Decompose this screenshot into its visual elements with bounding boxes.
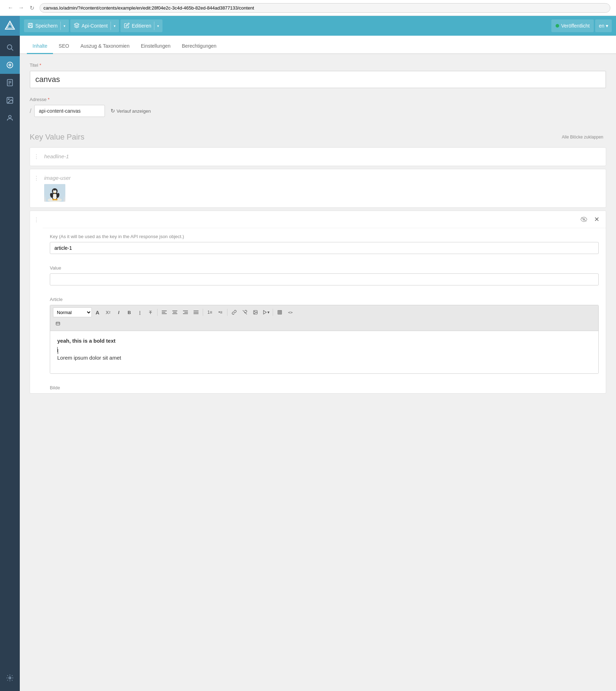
rte-source-btn[interactable]: <> <box>285 307 295 317</box>
rte-normal-line: Lorem ipsum dolor sit amet <box>57 354 591 362</box>
rte-sep-1 <box>157 309 158 316</box>
svg-point-5 <box>9 64 11 66</box>
sidebar-item-circle[interactable] <box>0 56 20 74</box>
svg-rect-15 <box>29 23 31 25</box>
address-label: Adresse * <box>30 97 606 102</box>
kvp-block-content-image-user[interactable]: image-user <box>43 169 606 207</box>
rte-ordered-list-btn[interactable]: 1≡ <box>205 307 215 317</box>
svg-marker-49 <box>263 311 266 314</box>
rte-unlink-btn[interactable] <box>240 307 250 317</box>
penguin-image <box>44 184 65 202</box>
save-group[interactable]: Speichern ▾ <box>24 19 69 32</box>
svg-rect-50 <box>278 311 282 314</box>
lang-selector[interactable]: en ▾ <box>595 19 612 32</box>
drag-handle-headline-1[interactable]: ⋮ <box>30 148 43 166</box>
save-icon <box>28 23 33 29</box>
address-required: * <box>48 97 49 102</box>
api-content-group[interactable]: Api-Content ▾ <box>70 19 119 32</box>
toolbar: Speichern ▾ Api-Content ▾ <box>20 16 616 36</box>
sidebar-item-image[interactable] <box>0 91 20 109</box>
tab-berechtigungen[interactable]: Berechtigungen <box>176 38 222 54</box>
sidebar <box>0 16 20 691</box>
rte-image-btn[interactable] <box>250 307 260 317</box>
kvp-block-image-user: ⋮ image-user <box>30 169 606 208</box>
rte-align-center-btn[interactable] <box>170 307 180 317</box>
svg-point-11 <box>8 99 9 100</box>
url-bar: ← → ↻ <box>0 0 616 16</box>
rte-align-right-btn[interactable] <box>180 307 190 317</box>
editieren-group[interactable]: Editieren ▾ <box>120 19 162 32</box>
kvp-block-article-1: ⋮ <box>30 211 606 394</box>
rte-unordered-list-btn[interactable]: •≡ <box>215 307 225 317</box>
history-button[interactable]: ↻ Verlauf anzeigen <box>108 106 154 116</box>
history-label: Verlauf anzeigen <box>117 108 151 114</box>
tab-einstellungen[interactable]: Einstellungen <box>135 38 176 54</box>
tab-inhalte[interactable]: Inhalte <box>27 38 53 54</box>
close-button[interactable]: ✕ <box>592 214 602 224</box>
drag-handle-article-1[interactable]: ⋮ <box>30 211 43 393</box>
collapse-all-button[interactable]: Alle Blöcke zuklappen <box>559 133 606 141</box>
form-section: Titel * Adresse * / ↻ Verlauf <box>20 54 616 125</box>
tab-seo[interactable]: SEO <box>53 38 75 54</box>
kvp-value-input[interactable] <box>50 273 599 285</box>
rte-format-select[interactable]: Normal Heading 1 Heading 2 Heading 3 Hea… <box>53 307 92 317</box>
address-input[interactable] <box>34 105 105 117</box>
sidebar-item-page[interactable] <box>0 74 20 91</box>
rte-font-size-btn[interactable]: A <box>93 307 102 317</box>
kvp-key-label: Key (As it will be used as the key in th… <box>50 234 599 239</box>
save-dropdown-arrow: ▾ <box>64 24 65 28</box>
rte-underline-btn[interactable]: I <box>135 307 145 317</box>
logo-button[interactable] <box>0 16 20 36</box>
lang-value: en <box>599 23 604 29</box>
sidebar-item-user[interactable] <box>0 109 20 127</box>
drag-handle-image-user[interactable]: ⋮ <box>30 169 43 187</box>
rte-bold-btn[interactable]: B <box>124 307 134 317</box>
kvp-key-input[interactable] <box>50 242 599 254</box>
published-indicator <box>556 24 559 28</box>
sidebar-item-settings[interactable] <box>0 669 20 687</box>
tab-auszug[interactable]: Auszug & Taxonomien <box>75 38 135 54</box>
rte-subscript-btn[interactable]: X2 <box>103 307 113 317</box>
rte-strikethrough-btn[interactable]: T <box>146 307 155 317</box>
published-button[interactable]: Veröffentlicht <box>551 19 594 32</box>
kvp-title: Key Value Pairs <box>30 132 84 142</box>
kvp-block-title-image-user: image-user <box>44 175 71 181</box>
rte-table-btn[interactable] <box>275 307 285 317</box>
rte-sep-3 <box>227 309 227 316</box>
title-input[interactable] <box>30 71 606 88</box>
editieren-label: Editieren <box>132 23 151 29</box>
image-user-preview <box>44 184 65 202</box>
rte-cursor: | <box>57 347 58 352</box>
eye-slash-button[interactable] <box>579 214 589 224</box>
sidebar-item-search[interactable] <box>0 39 20 56</box>
url-input[interactable] <box>40 3 610 13</box>
rte-italic-btn[interactable]: I <box>114 307 124 317</box>
editieren-icon <box>124 23 130 29</box>
rte-justify-btn[interactable] <box>191 307 201 317</box>
save-label: Speichern <box>35 23 58 29</box>
kvp-block-content-headline-1[interactable]: headline-1 <box>43 148 606 165</box>
bilde-label: Bilde <box>43 379 606 393</box>
kvp-article-group: Article Normal Heading 1 Heading 2 Headi… <box>43 291 606 379</box>
svg-point-30 <box>52 199 55 200</box>
rte-container: Normal Heading 1 Heading 2 Heading 3 Hea… <box>50 305 599 374</box>
rte-align-left-btn[interactable] <box>159 307 169 317</box>
rte-link-btn[interactable] <box>229 307 239 317</box>
svg-point-12 <box>8 116 11 118</box>
rte-toolbar: Normal Heading 1 Heading 2 Heading 3 Hea… <box>50 305 598 331</box>
svg-point-31 <box>55 199 58 200</box>
title-label: Titel * <box>30 63 606 68</box>
rte-content[interactable]: yeah, this is a bold text | Lorem ipsum … <box>50 331 598 373</box>
kvp-header: Key Value Pairs Alle Blöcke zuklappen <box>30 125 606 147</box>
reload-button[interactable]: ↻ <box>27 3 37 13</box>
svg-point-48 <box>254 311 255 312</box>
back-button[interactable]: ← <box>6 3 16 13</box>
content-area: Inhalte SEO Auszug & Taxonomien Einstell… <box>20 36 616 691</box>
editieren-dropdown-arrow: ▾ <box>157 24 159 28</box>
rte-media-btn[interactable]: ▾ <box>261 307 271 317</box>
kvp-expanded-header: ✕ <box>43 211 606 228</box>
kvp-article-label: Article <box>50 297 599 302</box>
kvp-block-headline-1: ⋮ headline-1 <box>30 147 606 166</box>
forward-button[interactable]: → <box>16 3 26 13</box>
rte-embed-btn[interactable] <box>53 319 63 329</box>
